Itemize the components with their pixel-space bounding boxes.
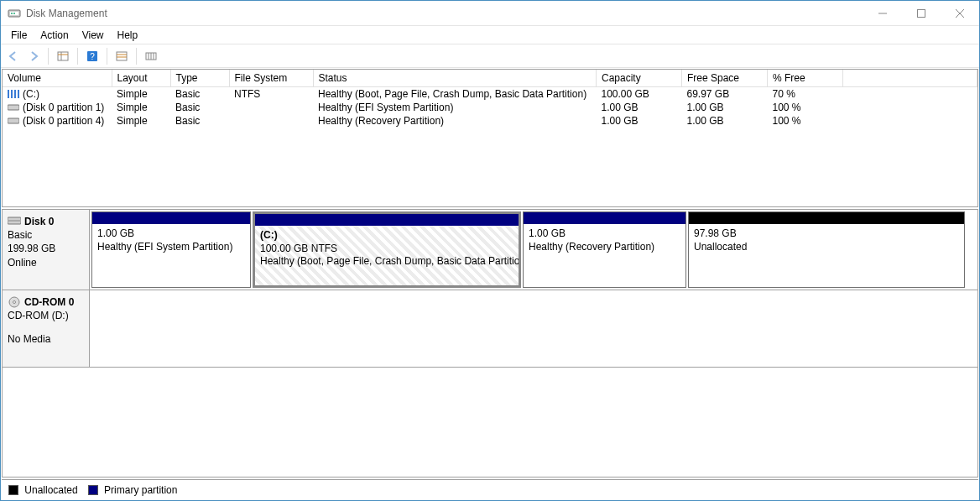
- app-icon: [8, 7, 21, 20]
- disk-row[interactable]: CD-ROM 0CD-ROM (D:)No Media: [3, 290, 977, 368]
- volume-type: Basic: [170, 86, 229, 101]
- close-button[interactable]: [941, 1, 979, 26]
- volume-table-header[interactable]: Volume Layout Type File System Status Ca…: [3, 70, 977, 86]
- disk-name: Disk 0: [24, 215, 54, 228]
- disk-partitions: [90, 290, 977, 367]
- volume-layout: Simple: [112, 101, 170, 114]
- menu-file[interactable]: File: [4, 28, 34, 43]
- legend-primary-label: Primary partition: [104, 484, 177, 496]
- disk-icon: [8, 216, 21, 227]
- svg-rect-23: [16, 90, 18, 98]
- volume-pctfree: 100 %: [768, 114, 843, 128]
- disk-size: 199.98 GB: [8, 242, 84, 255]
- col-capacity[interactable]: Capacity: [597, 70, 682, 86]
- partition-status: Healthy (Recovery Partition): [529, 241, 680, 254]
- svg-text:?: ?: [90, 52, 95, 61]
- col-layout[interactable]: Layout: [112, 70, 170, 86]
- svg-rect-27: [8, 220, 21, 222]
- partition-status: Unallocated: [694, 241, 959, 254]
- help-button[interactable]: ?: [83, 47, 102, 65]
- forward-button[interactable]: [24, 47, 43, 65]
- disk-graphic-pane: Disk 0Basic199.98 GBOnline1.00 GBHealthy…: [2, 209, 978, 478]
- toolbar-separator: [48, 48, 49, 65]
- partition-block[interactable]: (C:)100.00 GB NTFSHealthy (Boot, Page Fi…: [253, 211, 521, 288]
- back-button[interactable]: [4, 47, 23, 65]
- svg-rect-5: [918, 9, 925, 17]
- partition-label: (C:): [260, 229, 513, 243]
- volume-row[interactable]: (Disk 0 partition 1)SimpleBasicHealthy (…: [3, 101, 977, 114]
- volume-free: 1.00 GB: [682, 101, 768, 114]
- title-bar: Disk Management: [1, 1, 979, 26]
- col-pctfree[interactable]: % Free: [768, 70, 843, 86]
- partition-status: Healthy (EFI System Partition): [97, 241, 245, 254]
- volume-status: Healthy (EFI System Partition): [313, 101, 597, 114]
- volume-name: (Disk 0 partition 1): [23, 102, 104, 113]
- volume-row[interactable]: (C:)SimpleBasicNTFSHealthy (Boot, Page F…: [3, 86, 977, 101]
- partition-color-strip: [524, 212, 685, 224]
- disk-row[interactable]: Disk 0Basic199.98 GBOnline1.00 GBHealthy…: [3, 210, 977, 290]
- disk-name: CD-ROM 0: [24, 295, 74, 309]
- svg-point-29: [13, 301, 16, 304]
- volume-pctfree: 100 %: [768, 101, 843, 114]
- menu-help[interactable]: Help: [111, 28, 145, 43]
- col-fs[interactable]: File System: [229, 70, 313, 86]
- primary-swatch-icon: [88, 485, 98, 495]
- menu-view[interactable]: View: [76, 28, 111, 43]
- cdrom-icon: [8, 295, 21, 309]
- partition-block[interactable]: 1.00 GBHealthy (Recovery Partition): [523, 211, 686, 288]
- volume-name: (C:): [23, 88, 39, 100]
- legend-unallocated: Unallocated: [8, 484, 78, 496]
- toolbar-separator: [136, 48, 137, 65]
- col-status[interactable]: Status: [313, 70, 597, 86]
- col-free[interactable]: Free Space: [682, 70, 768, 86]
- partition-size: 1.00 GB: [97, 227, 245, 241]
- settings-button[interactable]: [142, 47, 160, 65]
- volume-row[interactable]: (Disk 0 partition 4)SimpleBasicHealthy (…: [3, 114, 977, 128]
- partition-unallocated[interactable]: 97.98 GBUnallocated: [688, 211, 965, 288]
- partition-size: 97.98 GB: [694, 227, 959, 241]
- disk-partitions: 1.00 GBHealthy (EFI System Partition)(C:…: [90, 210, 977, 290]
- refresh-button[interactable]: [112, 47, 131, 65]
- volume-pctfree: 70 %: [768, 86, 843, 101]
- partition-size: 100.00 GB NTFS: [260, 243, 513, 256]
- col-volume[interactable]: Volume: [3, 70, 112, 86]
- disk-type: Basic: [8, 228, 84, 242]
- volume-capacity: 1.00 GB: [597, 101, 682, 114]
- volume-layout: Simple: [112, 86, 170, 101]
- svg-rect-22: [13, 90, 14, 98]
- col-type[interactable]: Type: [170, 70, 229, 86]
- partition-block[interactable]: 1.00 GBHealthy (EFI System Partition): [91, 211, 251, 288]
- volume-list-pane: Volume Layout Type File System Status Ca…: [2, 69, 978, 207]
- volume-type: Basic: [170, 114, 229, 128]
- menu-bar: File Action View Help: [1, 26, 979, 44]
- show-hide-tree-button[interactable]: [54, 47, 72, 65]
- col-spacer: [843, 70, 977, 86]
- volume-status: Healthy (Recovery Partition): [313, 114, 597, 128]
- toolbar-separator: [107, 48, 107, 65]
- svg-rect-8: [58, 52, 68, 60]
- legend-unallocated-label: Unallocated: [24, 484, 77, 496]
- toolbar: ?: [1, 44, 979, 68]
- partition-status: Healthy (Boot, Page File, Crash Dump, Ba…: [260, 255, 513, 269]
- menu-action[interactable]: Action: [34, 28, 75, 43]
- disk-info[interactable]: Disk 0Basic199.98 GBOnline: [3, 210, 90, 290]
- svg-point-3: [13, 13, 15, 14]
- partition-color-strip: [92, 212, 250, 224]
- volume-capacity: 1.00 GB: [597, 114, 682, 128]
- svg-point-2: [11, 13, 13, 14]
- volume-status: Healthy (Boot, Page File, Crash Dump, Ba…: [313, 86, 597, 101]
- partition-color-strip: [689, 212, 964, 224]
- volume-name: (Disk 0 partition 4): [23, 115, 104, 127]
- legend-primary: Primary partition: [88, 484, 178, 496]
- volume-layout: Simple: [112, 114, 170, 128]
- svg-rect-13: [117, 52, 127, 60]
- volume-fs: [229, 114, 313, 128]
- svg-rect-24: [8, 105, 19, 110]
- volume-table[interactable]: Volume Layout Type File System Status Ca…: [3, 70, 977, 128]
- volume-stripe-icon: [8, 90, 19, 98]
- minimize-button[interactable]: [863, 1, 902, 26]
- volume-capacity: 100.00 GB: [597, 86, 682, 101]
- maximize-button[interactable]: [902, 1, 941, 26]
- disk-info[interactable]: CD-ROM 0CD-ROM (D:)No Media: [3, 290, 90, 367]
- unallocated-swatch-icon: [8, 485, 18, 495]
